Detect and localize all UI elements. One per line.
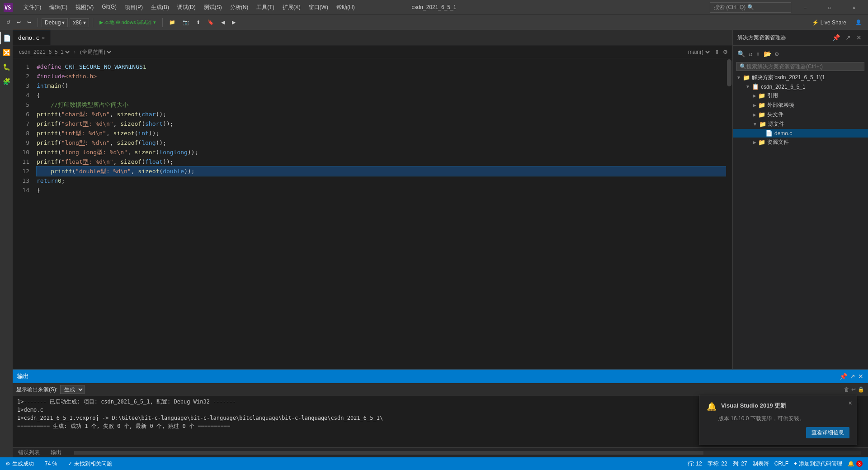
source-control-icon: +: [794, 461, 797, 467]
menu-view[interactable]: 视图(V): [72, 2, 97, 13]
activity-debug[interactable]: 🐛: [0, 61, 13, 73]
notification-header: 🔔 Visual Studio 2019 更新: [707, 402, 849, 411]
menu-edit[interactable]: 编辑(E): [46, 2, 71, 13]
clear-output-icon[interactable]: 🗑: [844, 386, 849, 393]
menu-analyze[interactable]: 分析(N): [226, 2, 252, 13]
camera-btn[interactable]: 📷: [180, 18, 192, 27]
debug-config-dropdown[interactable]: Debug ▾: [42, 18, 68, 27]
live-share-button[interactable]: ⚡ Live Share: [807, 18, 851, 27]
menu-git[interactable]: Git(G): [98, 2, 120, 13]
notification-count: 3: [856, 461, 863, 467]
minimize-button[interactable]: —: [795, 0, 816, 14]
nav-btn-2[interactable]: ▶: [229, 18, 238, 27]
menu-tools[interactable]: 工具(T): [253, 2, 278, 13]
tab-close-icon[interactable]: ✕: [42, 35, 45, 40]
expand-output-icon[interactable]: ↗: [850, 373, 855, 380]
settings-icon[interactable]: ⚙: [723, 49, 728, 55]
toolbar-left: ↺ ↩ ↪: [4, 18, 34, 27]
chevron-down-icon: ▾: [62, 19, 65, 26]
activity-extensions[interactable]: 🧩: [0, 75, 13, 88]
run-button[interactable]: ▶ 本地 Windows 调试器 ▾: [97, 18, 159, 27]
pin-icon[interactable]: 📌: [830, 33, 842, 42]
menu-build[interactable]: 生成(B): [147, 2, 173, 13]
indent-status[interactable]: 制表符: [751, 460, 771, 468]
menu-debug[interactable]: 调试(D): [174, 2, 199, 13]
output-tab[interactable]: 输出: [49, 449, 63, 456]
code-line-2: #include <stdio.h>: [37, 71, 726, 81]
close-button[interactable]: ✕: [844, 0, 864, 14]
headers-icon: 📁: [758, 111, 765, 118]
notification-bell-icon: 🔔: [707, 402, 717, 411]
problems-status[interactable]: ✓ 未找到相关问题: [66, 460, 114, 468]
upload-btn[interactable]: ⬆: [193, 18, 203, 27]
refresh-icon[interactable]: ↺: [748, 49, 753, 58]
menu-project[interactable]: 项目(P): [121, 2, 146, 13]
output-source-select[interactable]: 生成: [60, 385, 85, 394]
line-status[interactable]: 行: 12: [686, 460, 704, 468]
menu-file[interactable]: 文件(F): [20, 2, 45, 13]
collapse-icon[interactable]: ⬆: [715, 49, 719, 55]
nav-btn-1[interactable]: ◀: [218, 18, 227, 27]
symbol-selector[interactable]: main(): [686, 48, 711, 56]
references-node[interactable]: ▶ 📁 引用: [733, 91, 868, 100]
maximize-button[interactable]: ☐: [819, 0, 840, 14]
solution-node[interactable]: ▼ 📁 解决方案'csdn_2021_6_5_1'(1: [733, 73, 868, 82]
wrap-icon[interactable]: ↩: [851, 386, 856, 393]
code-line-13: return 0;: [37, 176, 726, 185]
notification-close-button[interactable]: ✕: [849, 399, 852, 406]
account-btn[interactable]: 👤: [853, 18, 864, 27]
collapse-all-icon[interactable]: ⬆: [755, 49, 760, 58]
menu-help[interactable]: 帮助(H): [333, 2, 359, 13]
col-status[interactable]: 列: 27: [731, 460, 749, 468]
external-deps-node[interactable]: ▶ 📁 外部依赖项: [733, 100, 868, 110]
encoding-status[interactable]: CRLF: [773, 461, 790, 467]
global-search[interactable]: 搜索 (Ctrl+Q) 🔍: [710, 2, 791, 13]
search-solution-icon[interactable]: 🔍: [736, 49, 746, 58]
chevron-down-icon: ▾: [83, 19, 86, 26]
notification-bell[interactable]: 🔔 3: [846, 461, 864, 467]
expand-icon[interactable]: ↗: [844, 33, 853, 42]
add-to-source-btn[interactable]: + 添加到源代码管理: [792, 460, 844, 468]
code-line-11: printf("float型: %d\n", sizeof(float));: [37, 157, 726, 166]
properties-icon[interactable]: ⚙: [774, 49, 779, 58]
platform-dropdown[interactable]: x86 ▾: [70, 18, 89, 27]
show-all-files-icon[interactable]: 📂: [763, 49, 772, 58]
menu-extensions[interactable]: 扩展(X): [279, 2, 304, 13]
status-bar: ⚙ 生成成功 74 % ✓ 未找到相关问题 行: 12 字符: 22 列: 27…: [0, 457, 868, 470]
build-status[interactable]: ⚙ 生成成功: [4, 460, 36, 468]
sources-node[interactable]: ▼ 📁 源文件: [733, 119, 868, 129]
new-project-btn[interactable]: ↺: [4, 18, 13, 27]
folder-btn[interactable]: 📁: [166, 18, 178, 27]
code-editor[interactable]: 1 2 3 4 5 6 7 8 9 10 11 12 13 14: [13, 58, 732, 369]
explorer-search-input[interactable]: [746, 63, 861, 70]
project-selector[interactable]: csdn_2021_6_5_1: [17, 48, 71, 56]
scope-selector[interactable]: (全局范围): [78, 48, 113, 56]
menu-test[interactable]: 测试(S): [200, 2, 226, 13]
code-content[interactable]: #define _CRT_SECURE_NO_WARNINGS 1 #inclu…: [33, 58, 726, 369]
error-list-tab[interactable]: 错误列表: [16, 449, 42, 456]
solution-icon: 📁: [743, 74, 750, 81]
project-node[interactable]: ▼ 📋 csdn_2021_6_5_1: [733, 82, 868, 91]
activity-explorer[interactable]: 📄: [0, 32, 13, 44]
explorer-search[interactable]: 🔍: [736, 62, 864, 71]
check-icon: ✓: [68, 461, 72, 467]
headers-node[interactable]: ▶ 📁 头文件: [733, 110, 868, 119]
search-icon: 🔍: [747, 4, 754, 10]
tab-label: demo.c: [18, 34, 39, 41]
close-output-icon[interactable]: ✕: [858, 373, 863, 380]
bookmark-btn[interactable]: 🔖: [205, 18, 217, 27]
resources-node[interactable]: ▶ 📁 资源文件: [733, 138, 868, 147]
lock-scroll-icon[interactable]: 🔒: [858, 386, 864, 393]
close-panel-icon[interactable]: ✕: [854, 33, 863, 42]
notification-action-button[interactable]: 查看详细信息: [806, 427, 849, 438]
char-status[interactable]: 字符: 22: [706, 460, 729, 468]
redo-btn[interactable]: ↪: [24, 18, 34, 27]
undo-btn[interactable]: ↩: [14, 18, 24, 27]
menu-window[interactable]: 窗口(W): [305, 2, 332, 13]
demo-c-node[interactable]: 📄 demo.c: [733, 129, 868, 138]
pin-output-icon[interactable]: 📌: [840, 373, 847, 380]
editor-scrollbar[interactable]: [726, 58, 732, 369]
zoom-status[interactable]: 74 %: [43, 461, 59, 467]
activity-git[interactable]: 🔀: [0, 46, 13, 59]
tab-demo-c[interactable]: demo.c ✕: [13, 30, 51, 45]
